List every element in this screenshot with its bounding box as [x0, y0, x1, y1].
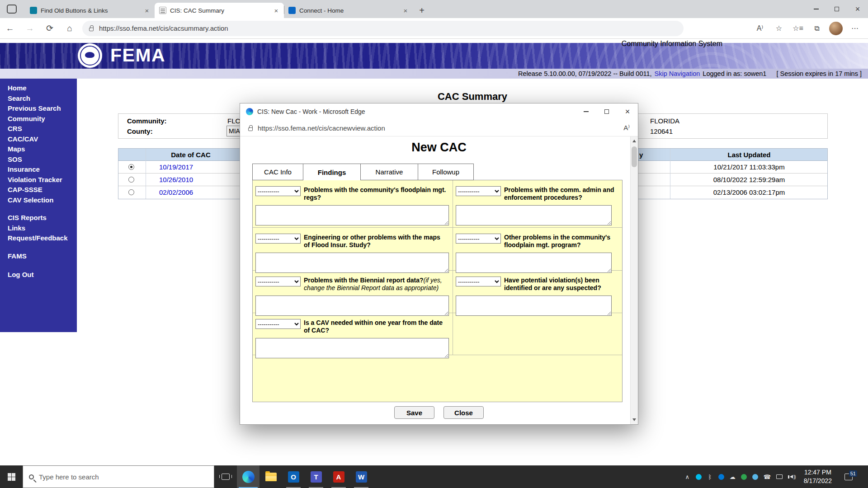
sidebar-item-previous-search[interactable]: Previous Search [0, 103, 77, 114]
sidebar-item-cis-reports[interactable]: CIS Reports [0, 213, 77, 223]
network-icon[interactable] [718, 474, 724, 480]
browser-tab-connect-home[interactable]: Connect - Home × [284, 3, 413, 18]
tab-findings[interactable]: Findings [303, 164, 361, 180]
answer-dropdown[interactable]: ----------- [255, 319, 301, 329]
sidebar-item-violation-tracker[interactable]: Violation Tracker [0, 175, 77, 185]
read-aloud-icon[interactable]: A⁾ [623, 124, 630, 132]
add-favorite-icon[interactable]: ☆ [769, 24, 788, 33]
sidebar-item-cav-selection[interactable]: CAV Selection [0, 195, 77, 206]
tab-followup[interactable]: Followup [418, 164, 474, 180]
favorites-icon[interactable]: ☆≡ [788, 24, 807, 33]
edge-icon [242, 471, 255, 483]
tab-actions-icon[interactable] [7, 5, 17, 14]
sidebar-item-cap-ssse[interactable]: CAP-SSSE [0, 185, 77, 195]
popup-minimize-button[interactable] [576, 103, 596, 120]
phone-icon[interactable]: ☎ [764, 474, 771, 480]
tab-close-icon[interactable]: × [401, 7, 410, 14]
taskbar-app-acrobat[interactable]: A [327, 465, 350, 488]
sidebar-item-search[interactable]: Search [0, 94, 77, 104]
row-radio[interactable] [128, 164, 134, 170]
back-icon[interactable]: ← [0, 23, 20, 33]
sidebar-item-sos[interactable]: SOS [0, 155, 77, 165]
comment-textarea[interactable] [255, 253, 449, 273]
status-green-icon[interactable] [741, 474, 747, 480]
answer-dropdown[interactable]: ----------- [255, 234, 301, 244]
cac-date-link[interactable]: 10/26/2010 [159, 176, 193, 183]
question-cell: ----------- Other problems in the commun… [453, 228, 622, 271]
read-aloud-icon[interactable]: A⁾ [750, 24, 769, 33]
sidebar-item-home[interactable]: Home [0, 83, 77, 94]
comment-textarea[interactable] [456, 205, 612, 225]
popup-url-text[interactable]: https://sso.fema.net/cis/cacnewview.acti… [258, 124, 385, 132]
popup-maximize-button[interactable] [596, 103, 617, 120]
row-radio[interactable] [128, 189, 134, 195]
onedrive-icon[interactable]: ☁ [730, 474, 736, 480]
forward-icon[interactable]: → [20, 23, 40, 33]
sidebar-item-insurance[interactable]: Insurance [0, 164, 77, 175]
system-tray: ∧ ᛒ ☁ ☎ )) 12:47 PM 8/17/2022 51 [684, 465, 868, 488]
clock-time: 12:47 PM [804, 468, 832, 477]
taskbar-app-word[interactable]: W [350, 465, 373, 488]
sidebar-item-request-feedback[interactable]: Request/Feedback [0, 233, 77, 244]
bluetooth-icon[interactable]: ᛒ [707, 474, 713, 480]
cac-date-link[interactable]: 10/19/2017 [159, 163, 193, 171]
status-blue-icon[interactable] [752, 474, 758, 480]
display-icon[interactable] [776, 474, 783, 479]
comment-textarea[interactable] [456, 253, 612, 273]
answer-dropdown[interactable]: ----------- [456, 186, 501, 196]
scroll-down-icon[interactable] [632, 418, 636, 421]
address-bar[interactable]: https://sso.fema.net/cis/cacsummary.acti… [82, 21, 684, 36]
tab-cac-info[interactable]: CAC Info [252, 164, 303, 180]
answer-dropdown[interactable]: ----------- [255, 277, 301, 286]
close-button[interactable]: Close [443, 406, 484, 419]
sidebar-item-log-out[interactable]: Log Out [0, 270, 77, 280]
taskbar-clock[interactable]: 12:47 PM 8/17/2022 [804, 468, 832, 485]
taskbar-search[interactable]: Type here to search [23, 465, 214, 488]
browser-tab-find-old-buttons[interactable]: Find Old Buttons & Links × [25, 3, 155, 18]
popup-actions: Save Close [240, 406, 638, 419]
scroll-up-icon[interactable] [632, 140, 636, 142]
popup-close-button[interactable]: × [617, 103, 638, 120]
close-button[interactable]: × [847, 0, 868, 18]
taskbar-app-outlook[interactable]: O [282, 465, 305, 488]
sidebar-item-fams[interactable]: FAMS [0, 251, 77, 262]
new-tab-button[interactable]: + [415, 4, 429, 17]
tab-close-icon[interactable]: × [143, 7, 151, 14]
popup-address-bar[interactable]: https://sso.fema.net/cis/cacnewview.acti… [240, 120, 638, 136]
tab-narrative[interactable]: Narrative [361, 164, 418, 180]
webex-icon[interactable] [696, 474, 702, 480]
sidebar-item-maps[interactable]: Maps [0, 144, 77, 155]
cac-date-link[interactable]: 02/02/2006 [159, 188, 193, 196]
hidden-icons-chevron-icon[interactable]: ∧ [684, 474, 690, 480]
sidebar-item-crs[interactable]: CRS [0, 124, 77, 134]
tab-close-icon[interactable]: × [272, 7, 280, 14]
collections-icon[interactable]: ⧉ [807, 24, 826, 33]
settings-more-icon[interactable]: ⋯ [845, 24, 864, 33]
url-text[interactable]: https://sso.fema.net/cis/cacsummary.acti… [99, 24, 228, 32]
save-button[interactable]: Save [394, 406, 434, 419]
comment-textarea[interactable] [255, 338, 449, 358]
task-view-button[interactable] [214, 465, 237, 488]
sidebar-item-community[interactable]: Community [0, 114, 77, 124]
taskbar-app-teams[interactable]: T [305, 465, 327, 488]
home-icon[interactable]: ⌂ [60, 23, 80, 33]
answer-dropdown[interactable]: ----------- [456, 277, 501, 286]
answer-dropdown[interactable]: ----------- [456, 234, 501, 244]
browser-tab-cis-cac-summary[interactable]: CIS: CAC Summary × [155, 3, 284, 18]
answer-dropdown[interactable]: ----------- [255, 186, 301, 196]
sidebar-item-links[interactable]: Links [0, 223, 77, 234]
taskbar-app-edge[interactable] [237, 465, 259, 488]
volume-icon[interactable]: )) [788, 474, 796, 479]
minimize-button[interactable] [806, 0, 826, 18]
action-center-button[interactable]: 51 [840, 474, 857, 480]
taskbar-app-file-explorer[interactable] [259, 465, 282, 488]
refresh-icon[interactable]: ⟳ [40, 23, 60, 33]
sidebar-item-cac-cav[interactable]: CAC/CAV [0, 134, 77, 145]
skip-navigation-link[interactable]: Skip Navigation [655, 70, 700, 77]
comment-textarea[interactable] [255, 205, 449, 225]
maximize-button[interactable] [826, 0, 847, 18]
row-radio[interactable] [128, 177, 134, 183]
popup-titlebar[interactable]: CIS: New Cac - Work - Microsoft Edge × [240, 103, 638, 120]
start-button[interactable] [0, 465, 23, 488]
profile-avatar[interactable] [829, 22, 843, 35]
